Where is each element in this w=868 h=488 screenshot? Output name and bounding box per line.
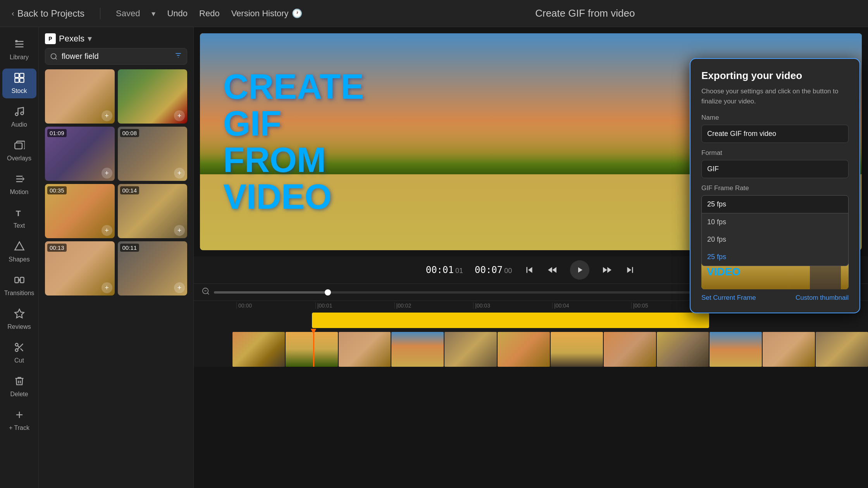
fps-option-label: 20 fps xyxy=(707,235,726,243)
audio-icon xyxy=(14,106,25,120)
add-track-icon xyxy=(14,409,25,423)
rewind-button[interactable] xyxy=(547,264,558,276)
sidebar: Library Stock Audio xyxy=(0,27,39,488)
media-thumb[interactable]: 00:35 + xyxy=(45,184,115,238)
fps-option-25[interactable]: 25 fps xyxy=(702,248,848,266)
filmstrip-frame xyxy=(339,332,391,367)
sidebar-item-text[interactable]: T Text xyxy=(2,203,36,233)
stock-icon xyxy=(14,72,25,86)
sidebar-item-transitions[interactable]: Transitions xyxy=(2,271,36,301)
video-text-line1: CREATE xyxy=(223,69,364,105)
filter-icon[interactable] xyxy=(174,52,182,61)
filmstrip-frame xyxy=(604,332,656,367)
filmstrip-frame xyxy=(498,332,550,367)
ruler-mark: 00:00 xyxy=(236,302,315,309)
sidebar-item-cut[interactable]: Cut xyxy=(2,338,36,368)
fps-option-10[interactable]: 10 fps xyxy=(702,213,848,231)
playhead[interactable] xyxy=(313,332,314,367)
media-thumb[interactable]: 01:09 + xyxy=(45,127,115,181)
pexels-dropdown-icon: ▾ xyxy=(88,34,92,44)
svg-rect-4 xyxy=(20,78,24,82)
media-thumb[interactable]: 00:08 + xyxy=(118,127,188,181)
custom-thumbnail-button[interactable]: Custom thumbnail xyxy=(796,294,849,302)
skip-end-button[interactable] xyxy=(624,264,636,276)
add-media-button[interactable]: + xyxy=(102,282,112,293)
version-history-btn[interactable]: Version History 🕐 xyxy=(231,9,302,19)
topbar: ‹ Back to Projects Saved ▾ Undo Redo Ver… xyxy=(0,0,868,27)
format-input[interactable] xyxy=(701,160,849,178)
add-media-button[interactable]: + xyxy=(102,110,112,121)
set-current-frame-button[interactable]: Set Current Frame xyxy=(701,294,756,302)
sidebar-item-delete[interactable]: Delete xyxy=(2,372,36,402)
timecode-current: 00:01 01 xyxy=(426,265,463,275)
sidebar-item-reviews[interactable]: Reviews xyxy=(2,304,36,334)
fps-selected[interactable]: 25 fps xyxy=(701,195,849,213)
undo-button[interactable]: Undo xyxy=(167,9,188,19)
sidebar-item-label-shapes: Shapes xyxy=(9,256,29,263)
thumb-duration: 00:08 xyxy=(120,129,140,137)
timeline-tracks xyxy=(194,309,868,367)
format-field-label: Format xyxy=(701,149,849,157)
fps-option-20[interactable]: 20 fps xyxy=(702,231,848,248)
add-media-button[interactable]: + xyxy=(174,110,185,121)
sidebar-item-library[interactable]: Library xyxy=(2,35,36,65)
scrubber-thumb[interactable] xyxy=(325,289,331,296)
svg-point-6 xyxy=(21,112,23,115)
filmstrip-frame xyxy=(232,332,285,367)
zoom-out-icon[interactable] xyxy=(202,287,210,297)
media-thumb[interactable]: 00:13 + xyxy=(45,241,115,296)
media-thumb[interactable]: + xyxy=(118,69,188,124)
search-icon xyxy=(50,53,58,60)
media-grid: + + 01:09 + 00:08 + 00:35 + 00:14 + xyxy=(39,69,193,296)
add-media-button[interactable]: + xyxy=(174,225,185,236)
svg-line-16 xyxy=(20,349,22,351)
video-track-content[interactable] xyxy=(232,332,868,367)
sidebar-item-label-motion: Motion xyxy=(10,189,28,196)
sidebar-item-overlays[interactable]: Overlays xyxy=(2,136,36,166)
skip-start-button[interactable] xyxy=(524,264,535,276)
pexels-source-button[interactable]: P Pexels ▾ xyxy=(45,33,92,44)
fast-forward-button[interactable] xyxy=(601,264,613,276)
media-thumb[interactable]: + xyxy=(45,69,115,124)
name-input[interactable] xyxy=(701,125,849,143)
video-area: CREATE GIF FROM VIDEO 00:01 01 00:07 00 xyxy=(194,27,868,488)
play-button[interactable] xyxy=(570,260,589,280)
svg-line-21 xyxy=(55,58,57,59)
ruler-mark: |00:01 xyxy=(315,302,394,309)
sidebar-item-label-transitions: Transitions xyxy=(4,290,34,297)
fps-dropdown-container: 25 fps 10 fps 20 fps 25 fps xyxy=(701,195,849,213)
media-thumb[interactable]: 00:14 + xyxy=(118,184,188,238)
back-label: Back to Projects xyxy=(17,8,84,19)
name-field-label: Name xyxy=(701,114,849,122)
filmstrip-frame xyxy=(763,332,815,367)
svg-rect-2 xyxy=(20,73,24,77)
current-time: 00:01 xyxy=(426,265,454,275)
back-to-projects-btn[interactable]: ‹ Back to Projects xyxy=(12,8,84,19)
export-title: Exporting your video xyxy=(701,70,849,82)
add-media-button[interactable]: + xyxy=(174,282,185,293)
sidebar-item-label-cut: Cut xyxy=(14,357,24,364)
svg-marker-9 xyxy=(15,242,24,250)
ruler-mark: |00:03 xyxy=(473,302,552,309)
add-media-button[interactable]: + xyxy=(174,168,185,179)
thumb-duration: 01:09 xyxy=(47,129,67,137)
library-icon xyxy=(14,39,25,52)
sidebar-item-stock[interactable]: Stock xyxy=(2,69,36,98)
svg-rect-0 xyxy=(15,40,17,43)
main-layout: Library Stock Audio xyxy=(0,27,868,488)
sidebar-item-track[interactable]: + Track xyxy=(2,406,36,435)
left-panel: P Pexels ▾ + xyxy=(39,27,194,488)
add-media-button[interactable]: + xyxy=(102,168,112,179)
search-input[interactable] xyxy=(62,52,170,61)
sidebar-item-audio[interactable]: Audio xyxy=(2,102,36,132)
add-media-button[interactable]: + xyxy=(102,225,112,236)
total-time: 00:07 xyxy=(475,265,503,275)
motion-icon xyxy=(14,174,25,187)
sidebar-item-motion[interactable]: Motion xyxy=(2,170,36,199)
saved-dropdown-icon[interactable]: ▾ xyxy=(152,9,155,18)
yellow-clip[interactable] xyxy=(312,313,709,328)
media-thumb[interactable]: 00:11 + xyxy=(118,241,188,296)
svg-line-26 xyxy=(207,293,209,294)
sidebar-item-shapes[interactable]: Shapes xyxy=(2,237,36,267)
redo-button[interactable]: Redo xyxy=(199,9,220,19)
